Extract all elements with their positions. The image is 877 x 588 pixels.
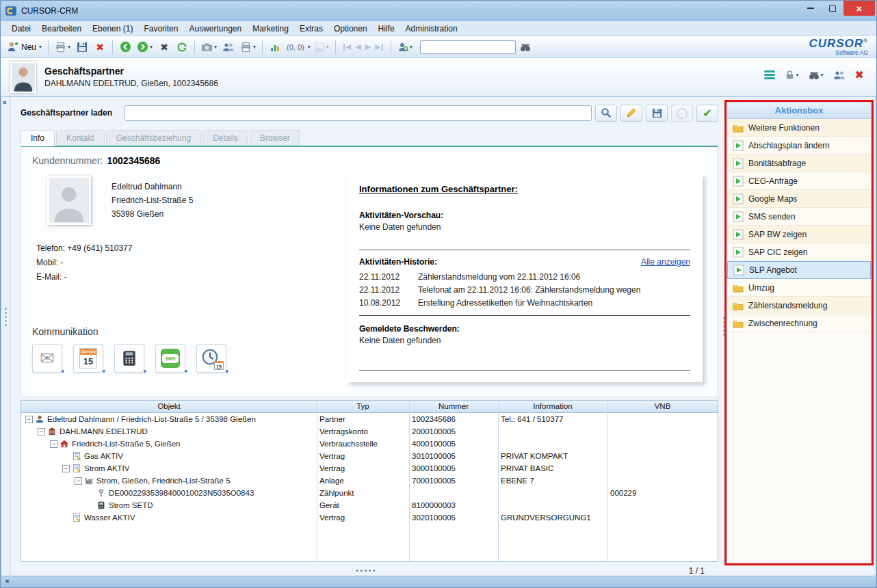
phone-call-button[interactable]: ▾ (114, 344, 144, 373)
aktionsbox-item-zählerstandsmeldung[interactable]: Zählerstandsmeldung (727, 297, 871, 315)
loader-input[interactable] (125, 105, 592, 121)
aktionsbox-item-slp-angebot[interactable]: SLP Angebot (727, 261, 871, 279)
menu-item-hilfe[interactable]: Hilfe (373, 23, 400, 35)
lock-button[interactable]: ▾ (785, 70, 799, 80)
search-record-button[interactable]: ▾ (809, 70, 824, 81)
tree-row[interactable]: Wasser AKTIVVertrag3020100005GRUNDVERSOR… (21, 511, 718, 524)
tree-row-label: Friedrich-List-Straße 5, Gießen (72, 438, 181, 450)
menu-item-datei[interactable]: Datei (6, 23, 36, 35)
column-header-vnb[interactable]: VNB (607, 401, 718, 412)
aktionsbox-item-zwischenrechnung[interactable]: Zwischenrechnung (727, 315, 871, 332)
save-record-button[interactable] (646, 105, 668, 122)
column-header-typ[interactable]: Typ (317, 401, 409, 412)
calendar-button[interactable]: Samstag 15 ▾ (73, 344, 103, 373)
forward-button[interactable]: ▾ (135, 39, 155, 55)
historie-row[interactable]: 22.11.2012Zählerstandsmeldung vom 22.11.… (359, 271, 690, 284)
print-preview-button[interactable]: ▾ (238, 39, 258, 55)
edit-button[interactable] (620, 105, 642, 122)
menu-item-favoriten[interactable]: Favoriten (138, 23, 183, 35)
aktionsbox-panel: Aktionsbox Weitere FunktionenAbschlagspl… (727, 102, 872, 563)
layout-menu-button[interactable] (764, 69, 775, 81)
new-button-label: Neu (20, 42, 38, 52)
left-collapse-strip[interactable]: « (1, 97, 11, 576)
find-button[interactable] (517, 39, 534, 55)
quick-search-input[interactable] (420, 40, 516, 54)
search-button[interactable] (595, 105, 617, 122)
menu-item-extras[interactable]: Extras (294, 23, 328, 35)
tree-row[interactable]: Gas AKTIVVertrag3010100005PRIVAT KOMPAKT (21, 450, 718, 462)
appointment-button[interactable]: 15 ▾ (196, 344, 226, 373)
confirm-button[interactable]: ✔ (696, 105, 718, 122)
tree-row[interactable]: −Strom, Gießen, Friedrich-List-Straße 5A… (21, 475, 718, 487)
alle-anzeigen-link[interactable]: Alle anzeigen (641, 257, 690, 267)
menu-item-bearbeiten[interactable]: Bearbeiten (36, 23, 87, 35)
tree-row[interactable]: −Edeltrud Dahlmann / Friedrich-List-Stra… (21, 413, 718, 425)
tab-info[interactable]: Info (21, 130, 55, 146)
camera-button[interactable]: ▾ (199, 39, 219, 55)
tree-row[interactable]: −DAHLMANN EDELTRUDVertragskonto200010000… (21, 425, 718, 438)
close-record-button[interactable]: ✖ (855, 70, 864, 81)
aktionsbox-item-sap-bw-zeigen[interactable]: SAP BW zeigen (727, 226, 871, 243)
checkmark-icon: ✔ (703, 107, 711, 120)
user-search-button[interactable]: ▾ (395, 39, 415, 55)
nav-first-button[interactable]: ◀ (343, 42, 351, 51)
tree-row[interactable]: DE00022935398400010023N5035O0843Zählpunk… (21, 487, 718, 499)
tree-expand-toggle[interactable]: − (62, 465, 70, 472)
menu-item-auswertungen[interactable]: Auswertungen (183, 23, 247, 35)
cancel-button[interactable]: ✖ (156, 39, 172, 55)
column-header-information[interactable]: Information (498, 401, 607, 412)
tree-expand-toggle[interactable]: − (25, 416, 33, 423)
historie-row[interactable]: 10.08.2012Erstellung Adressetiketten für… (359, 297, 690, 310)
tab-browser[interactable]: Browser (250, 130, 300, 146)
splitter-dots[interactable]: ••••• (356, 567, 378, 574)
contacts-button[interactable] (220, 39, 237, 55)
collapse-left-icon[interactable]: « (3, 98, 7, 106)
chart-button[interactable] (267, 39, 283, 55)
new-button[interactable]: Neu ▾ (5, 39, 44, 55)
delete-button[interactable]: ✖ (92, 39, 108, 55)
tree-expand-toggle[interactable]: − (50, 440, 57, 448)
aktionsbox-item-sap-cic-zeigen[interactable]: SAP CIC zeigen (727, 243, 871, 261)
collapse-bottom-icon[interactable]: « (5, 577, 10, 585)
historie-row[interactable]: 22.11.2012Telefonat am 22.11.2012 16:06:… (359, 284, 690, 297)
contact-city: 35398 Gießen (112, 207, 193, 221)
save-button[interactable] (74, 39, 90, 55)
tree-row[interactable]: −Strom AKTIVVertrag3000100005PRIVAT BASI… (21, 462, 718, 475)
menu-item-optionen[interactable]: Optionen (328, 23, 373, 35)
tree-row[interactable]: Strom SETDGerät8100000003 (21, 499, 718, 511)
aktionsbox-item-abschlagsplan-ändern[interactable]: Abschlagsplan ändern (727, 137, 871, 155)
tab-details[interactable]: Details (202, 130, 248, 146)
nav-last-button[interactable]: ▶ (375, 42, 383, 51)
tree-row[interactable]: −Friedrich-List-Straße 5, GießenVerbrauc… (21, 438, 718, 450)
nav-next-button[interactable]: ▶ (365, 42, 371, 51)
aktionsbox-item-sms-senden[interactable]: SMS senden (727, 208, 871, 226)
menu-item-administration[interactable]: Administration (400, 23, 463, 35)
aktionsbox-item-umzug[interactable]: Umzug (727, 279, 871, 297)
menu-item-marketing[interactable]: Marketing (247, 23, 294, 35)
tab-kontakt[interactable]: Kontakt (56, 130, 105, 146)
tree-expand-toggle[interactable]: − (75, 477, 82, 485)
print-button[interactable]: ▾ (53, 39, 73, 55)
contacts-header-button[interactable] (833, 70, 846, 80)
email-button[interactable]: ✉ ▾ (32, 344, 62, 373)
back-button[interactable] (117, 39, 133, 55)
aktionsbox-item-google-maps[interactable]: Google Maps (727, 190, 871, 208)
splitter-handle[interactable] (723, 317, 725, 336)
left-splitter-handle[interactable] (5, 308, 7, 326)
aktionsbox-item-bonitätsabfrage[interactable]: Bonitätsabfrage (727, 155, 871, 172)
refresh-button[interactable] (174, 39, 190, 55)
column-header-nummer[interactable]: Nummer (409, 401, 498, 412)
block-button[interactable]: ◯ (671, 105, 693, 122)
close-button[interactable]: × (843, 1, 875, 16)
aktionsbox-item-weitere-funktionen[interactable]: Weitere Funktionen (727, 119, 871, 137)
maximize-button[interactable] (822, 1, 843, 16)
nav-previous-button[interactable]: ◀ (355, 42, 361, 51)
sms-button[interactable]: SMS ▾ (155, 344, 185, 373)
aktionsbox-item-ceg-anfrage[interactable]: CEG-Anfrage (727, 172, 871, 190)
tree-expand-toggle[interactable]: − (38, 428, 45, 436)
column-header-objekt[interactable]: Objekt (21, 401, 317, 412)
minimize-button[interactable] (800, 1, 822, 16)
tab-geschäftsbeziehung[interactable]: Geschäftsbeziehung (106, 130, 201, 146)
menu-item-ebenen-1[interactable]: Ebenen (1) (87, 23, 138, 35)
image-button[interactable]: ▾ (312, 39, 331, 55)
